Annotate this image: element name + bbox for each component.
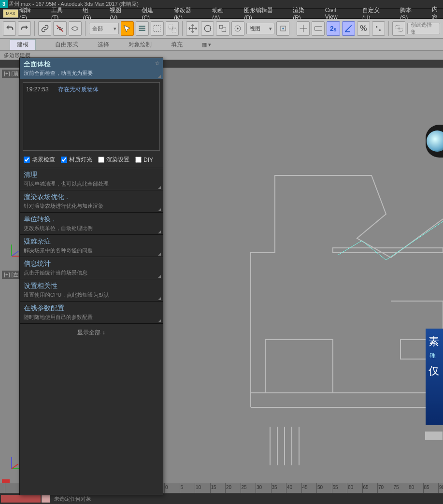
svg-point-6 bbox=[204, 25, 211, 31]
check-scene-box[interactable] bbox=[24, 157, 30, 163]
selection-filter-combo[interactable]: 全部 bbox=[89, 23, 119, 34]
svg-line-20 bbox=[12, 251, 18, 256]
check-scene[interactable]: 场景检查 bbox=[24, 156, 55, 164]
expand-icon bbox=[158, 253, 161, 256]
section-stats[interactable]: 信息统计 点击开始统计当前场景信息 bbox=[20, 257, 163, 279]
coord-system-combo[interactable]: 视图 bbox=[246, 23, 274, 34]
check-material-box[interactable] bbox=[61, 157, 67, 163]
log-section: 19:27:53 存在无材质物体 场景检查 材质灯光 渲染设置 DIY bbox=[20, 82, 163, 168]
svg-point-15 bbox=[379, 29, 381, 31]
check-render-label: 渲染设置 bbox=[106, 156, 129, 164]
check-diy-box[interactable] bbox=[135, 157, 142, 163]
promo-line3: 仅 bbox=[429, 364, 440, 378]
workspace-mode-button[interactable]: MAX bbox=[3, 9, 18, 18]
link-button[interactable] bbox=[38, 21, 51, 36]
scrollbar-stub[interactable] bbox=[425, 431, 443, 441]
svg-rect-16 bbox=[396, 25, 399, 29]
status-swatch-red[interactable] bbox=[1, 495, 41, 503]
spinner-snap-button[interactable] bbox=[372, 21, 385, 36]
check-render-box[interactable] bbox=[98, 157, 104, 163]
separator bbox=[34, 21, 35, 36]
select-rect-button[interactable] bbox=[151, 21, 164, 36]
expand-icon bbox=[158, 186, 161, 189]
section-title: 疑难杂症 bbox=[24, 237, 159, 246]
status-swatch-pink[interactable] bbox=[42, 495, 50, 503]
scale-button[interactable] bbox=[216, 21, 229, 36]
redo-button[interactable] bbox=[18, 21, 31, 36]
check-row: 场景检查 材质灯光 渲染设置 DIY bbox=[20, 154, 163, 168]
section-settings[interactable]: 设置相关性 设置使用的CPU，点此按钮设为默认 bbox=[20, 279, 163, 302]
svg-rect-7 bbox=[219, 25, 223, 29]
status-text: 未选定任何对象 bbox=[54, 495, 91, 503]
expand-icon bbox=[158, 230, 161, 233]
section-troubleshoot[interactable]: 疑难杂症 解决场景中的各种奇怪的问题 bbox=[20, 235, 163, 257]
ribbon-tab-freeform[interactable]: 自由形式 bbox=[55, 41, 78, 49]
ruler-tick-label: 45 bbox=[302, 485, 308, 490]
ribbon-tab-populate[interactable]: 填充 bbox=[171, 41, 183, 49]
keyboard-button[interactable] bbox=[312, 21, 325, 36]
undo-button[interactable] bbox=[3, 21, 16, 36]
select-name-button[interactable] bbox=[136, 21, 149, 36]
section-sub: 更改系统单位，自动处理比例 bbox=[24, 225, 159, 232]
section-sub: 解决场景中的各种奇怪的问题 bbox=[24, 247, 159, 254]
snap-2-button[interactable]: 2₅ bbox=[327, 21, 340, 36]
section-online[interactable]: 在线参数配置 随时随地使用自己的参数配置 bbox=[20, 302, 163, 324]
panel-header[interactable]: 全面体检 渲前全面检查，动画尤为重要 ☆ bbox=[20, 58, 163, 79]
section-title: 在线参数配置 bbox=[24, 304, 159, 313]
log-message: 存在无材质物体 bbox=[58, 86, 99, 93]
rotate-button[interactable] bbox=[201, 21, 214, 36]
section-clean[interactable]: 清理 可以单独清理，也可以点此全部处理 bbox=[20, 168, 163, 190]
promo-sidebar[interactable]: 素 ·理 仅 bbox=[426, 329, 443, 425]
ribbon-dropdown[interactable]: ▦ ▾ bbox=[202, 42, 211, 48]
named-selection-input[interactable]: 创建选择集 bbox=[407, 23, 440, 34]
ribbon-tab-selection[interactable]: 选择 bbox=[98, 41, 109, 49]
ribbon-tab-objectpaint[interactable]: 对象绘制 bbox=[129, 41, 152, 49]
section-renderfarm[interactable]: 渲染农场优化 . 针对渲染农场进行优化与加速渲染 bbox=[20, 190, 163, 213]
viewport-label-top[interactable]: [+] [顶 bbox=[2, 70, 20, 78]
show-all-button[interactable]: 显示全部 ↓ bbox=[20, 324, 163, 342]
unlink-button[interactable] bbox=[53, 21, 66, 36]
named-sel-edit-button[interactable] bbox=[392, 21, 405, 36]
ruler-tick-label: 65 bbox=[363, 485, 369, 490]
angle-snap-button[interactable] bbox=[342, 21, 355, 36]
menu-bar: MAX 编辑(E) 工具(T) 组(G) 视图(V) 创建(C) 修改器(M) … bbox=[0, 9, 443, 19]
ruler-tick-label: 80 bbox=[409, 485, 414, 490]
check-render[interactable]: 渲染设置 bbox=[98, 156, 129, 164]
svg-point-12 bbox=[282, 28, 284, 29]
viewport-label-left[interactable]: [+] [左 bbox=[2, 271, 20, 279]
ruler-tick-label: 20 bbox=[226, 485, 231, 490]
section-sub: 设置使用的CPU，点此按钮设为默认 bbox=[24, 291, 159, 299]
check-material[interactable]: 材质灯光 bbox=[61, 156, 92, 164]
section-title: 清理 bbox=[24, 171, 159, 179]
section-sub: 随时随地使用自己的参数配置 bbox=[24, 314, 159, 321]
svg-line-23 bbox=[12, 464, 18, 469]
favorite-icon[interactable]: ☆ bbox=[155, 60, 160, 67]
separator bbox=[85, 21, 86, 36]
select-window-button[interactable] bbox=[166, 21, 179, 36]
placement-button[interactable] bbox=[231, 21, 244, 36]
ruler-tick-label: 5 bbox=[181, 485, 184, 490]
check-material-label: 材质灯光 bbox=[69, 156, 92, 164]
resize-handle-icon[interactable] bbox=[158, 75, 161, 78]
pivot-button[interactable] bbox=[276, 21, 289, 36]
ribbon-tab-modeling[interactable]: 建模 bbox=[10, 39, 36, 50]
ruler-tick-label: 35 bbox=[272, 485, 277, 490]
expand-icon bbox=[158, 208, 161, 211]
log-output: 19:27:53 存在无材质物体 bbox=[23, 82, 160, 151]
check-diy-label: DIY bbox=[143, 157, 153, 163]
menu-civil[interactable]: Civil View bbox=[325, 7, 349, 20]
promo-line2: ·理 bbox=[429, 352, 440, 360]
svg-rect-3 bbox=[154, 25, 160, 31]
expand-icon bbox=[158, 275, 161, 278]
separator bbox=[293, 21, 293, 36]
percent-snap-button[interactable]: % bbox=[357, 21, 370, 36]
ruler-tick-label: 70 bbox=[378, 485, 384, 490]
move-button[interactable] bbox=[186, 21, 199, 36]
bind-button[interactable] bbox=[69, 21, 82, 36]
check-diy[interactable]: DIY bbox=[135, 157, 153, 163]
select-object-button[interactable] bbox=[121, 21, 134, 36]
manipulate-button[interactable] bbox=[297, 21, 310, 36]
assistant-avatar[interactable] bbox=[426, 125, 443, 158]
section-units[interactable]: 单位转换 . 更改系统单位，自动处理比例 bbox=[20, 213, 163, 235]
ribbon-tabs: 建模 自由形式 选择 对象绘制 填充 ▦ ▾ bbox=[0, 39, 443, 51]
